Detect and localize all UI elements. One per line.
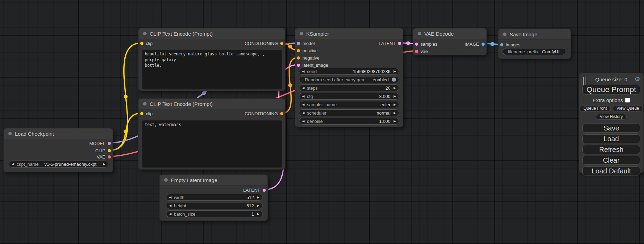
widget-seed[interactable]: ◀seed156680208700286▶: [299, 68, 399, 75]
input-slot-dot[interactable]: [415, 50, 418, 53]
widget-increment-arrow-icon[interactable]: ▶: [103, 163, 105, 166]
save-image-input-images[interactable]: images: [500, 42, 520, 48]
widget-decrement-arrow-icon[interactable]: ◀: [302, 103, 305, 106]
widget-decrement-arrow-icon[interactable]: ◀: [302, 87, 305, 90]
widget-decrement-arrow-icon[interactable]: ◀: [169, 204, 171, 207]
widget-filename_prefix[interactable]: filename_prefixComfyUI: [503, 48, 566, 55]
widget-decrement-arrow-icon[interactable]: ◀: [169, 213, 171, 216]
collapse-dot-icon[interactable]: [503, 33, 506, 36]
clip-text-encode-2-input-clip[interactable]: clip: [140, 111, 153, 117]
vae-decode-input-vae[interactable]: vae: [415, 48, 428, 54]
output-slot-dot[interactable]: [398, 42, 401, 45]
clip-text-encode-1-output-conditioning[interactable]: CONDITIONING: [245, 40, 283, 46]
save-button[interactable]: Save: [582, 124, 640, 133]
widget-increment-arrow-icon[interactable]: ▶: [394, 70, 396, 73]
ksampler-input-model[interactable]: model: [297, 40, 315, 46]
ksampler-input-latent_image[interactable]: latent_image: [297, 62, 328, 68]
widget-increment-arrow-icon[interactable]: ▶: [257, 204, 259, 207]
widget-decrement-arrow-icon[interactable]: ◀: [12, 163, 14, 166]
toggle-on-icon[interactable]: [392, 78, 396, 82]
clip-text-encode-1-input-clip[interactable]: clip: [140, 40, 153, 46]
collapse-dot-icon[interactable]: [143, 32, 147, 35]
view-history-button[interactable]: View History: [596, 114, 626, 120]
widget-increment-arrow-icon[interactable]: ▶: [394, 95, 396, 98]
ksampler-input-positive[interactable]: positive: [297, 48, 318, 54]
node-title-bar[interactable]: Load Checkpoint: [4, 128, 113, 139]
node-title-bar[interactable]: VAE Decode: [413, 28, 486, 39]
extra-options-checkbox[interactable]: [625, 98, 630, 102]
clear-button[interactable]: Clear: [582, 156, 640, 165]
collapse-dot-icon[interactable]: [300, 32, 303, 35]
prompt-textarea[interactable]: beautiful scenery nature glass bottle la…: [142, 49, 282, 90]
widget-increment-arrow-icon[interactable]: ▶: [257, 196, 259, 199]
load-checkpoint-output-vae[interactable]: VAE: [97, 154, 111, 160]
widget-increment-arrow-icon[interactable]: ▶: [394, 120, 396, 123]
node-save-image[interactable]: Save Imageimagesfilename_prefixComfyUI: [498, 29, 571, 59]
empty-latent-image-output-latent[interactable]: LATENT: [243, 187, 266, 193]
collapse-dot-icon[interactable]: [8, 132, 12, 135]
widget-sampler_name[interactable]: ◀sampler_nameeuler▶: [299, 101, 399, 108]
input-slot-dot[interactable]: [415, 43, 418, 46]
input-slot-dot[interactable]: [297, 64, 300, 67]
node-clip-text-encode-1[interactable]: CLIP Text Encode (Prompt)clipCONDITIONIN…: [138, 28, 285, 91]
node-empty-latent-image[interactable]: Empty Latent ImageLATENT◀width512▶◀heigh…: [159, 174, 268, 221]
widget-width[interactable]: ◀width512▶: [166, 194, 263, 201]
queue-front-button[interactable]: Queue Front: [580, 106, 610, 111]
input-slot-dot[interactable]: [297, 42, 300, 45]
widget-cfg[interactable]: ◀cfg8.000▶: [299, 93, 399, 100]
output-slot-dot[interactable]: [108, 149, 111, 152]
output-slot-dot[interactable]: [263, 189, 266, 192]
node-title-bar[interactable]: CLIP Text Encode (Prompt): [139, 99, 285, 109]
widget-steps[interactable]: ◀steps20▶: [299, 84, 399, 91]
widget-height[interactable]: ◀height512▶: [166, 202, 263, 209]
load-default-button[interactable]: Load Default: [582, 166, 640, 175]
prompt-textarea[interactable]: text, watermark: [142, 120, 282, 168]
collapse-dot-icon[interactable]: [143, 102, 147, 106]
ksampler-input-negative[interactable]: negative: [297, 55, 319, 61]
node-title-bar[interactable]: CLIP Text Encode (Prompt): [139, 28, 285, 39]
output-slot-dot[interactable]: [482, 43, 485, 46]
input-slot-dot[interactable]: [500, 43, 503, 46]
collapse-dot-icon[interactable]: [164, 178, 168, 182]
input-slot-dot[interactable]: [140, 42, 143, 45]
widget-decrement-arrow-icon[interactable]: ◀: [302, 70, 305, 73]
node-ksampler[interactable]: KSamplermodelpositivenegativelatent_imag…: [295, 28, 403, 127]
load-checkpoint-output-clip[interactable]: CLIP: [95, 148, 111, 154]
load-checkpoint-output-model[interactable]: MODEL: [89, 141, 111, 146]
node-title-bar[interactable]: Save Image: [499, 29, 571, 40]
gear-icon[interactable]: ⚙: [635, 75, 640, 83]
widget-decrement-arrow-icon[interactable]: ◀: [302, 95, 305, 98]
node-title-bar[interactable]: KSampler: [295, 28, 403, 39]
ksampler-output-latent[interactable]: LATENT: [379, 40, 401, 46]
output-slot-dot[interactable]: [108, 142, 111, 145]
vae-decode-output-image[interactable]: IMAGE: [465, 41, 485, 47]
widget-decrement-arrow-icon[interactable]: ◀: [302, 111, 305, 115]
vae-decode-input-samples[interactable]: samples: [415, 41, 437, 47]
widget-ckpt_name[interactable]: ◀ckpt_namev1-5-pruned-emaonly.ckpt▶: [9, 161, 108, 168]
widget-decrement-arrow-icon[interactable]: ◀: [169, 196, 171, 199]
widget-increment-arrow-icon[interactable]: ▶: [394, 111, 396, 115]
refresh-button[interactable]: Refresh: [582, 145, 640, 154]
input-slot-dot[interactable]: [140, 112, 143, 115]
queue-prompt-button[interactable]: Queue Prompt: [582, 85, 640, 94]
widget-increment-arrow-icon[interactable]: ▶: [257, 213, 259, 216]
widget-scheduler[interactable]: ◀schedulernormal▶: [299, 109, 399, 116]
view-queue-button[interactable]: View Queue: [613, 106, 643, 111]
output-slot-dot[interactable]: [280, 42, 283, 45]
node-vae-decode[interactable]: VAE DecodesamplesvaeIMAGE: [413, 28, 487, 55]
input-slot-dot[interactable]: [297, 49, 300, 52]
widget-batch_size[interactable]: ◀batch_size1▶: [166, 210, 263, 217]
node-title-bar[interactable]: Empty Latent Image: [160, 175, 267, 186]
collapse-dot-icon[interactable]: [418, 32, 421, 35]
output-slot-dot[interactable]: [108, 155, 111, 159]
graph-canvas[interactable]: Load CheckpointMODELCLIPVAE◀ckpt_namev1-…: [0, 0, 644, 244]
widget-increment-arrow-icon[interactable]: ▶: [394, 103, 396, 106]
widget-decrement-arrow-icon[interactable]: ◀: [302, 120, 305, 123]
widget-increment-arrow-icon[interactable]: ▶: [394, 87, 396, 90]
widget-denoise[interactable]: ◀denoise1.000▶: [299, 118, 399, 125]
widget-random-seed-after-every-gen[interactable]: Random seed after every genenabled: [299, 76, 399, 83]
load-button[interactable]: Load: [582, 134, 640, 143]
node-load-checkpoint[interactable]: Load CheckpointMODELCLIPVAE◀ckpt_namev1-…: [3, 128, 113, 172]
output-slot-dot[interactable]: [280, 112, 283, 115]
node-clip-text-encode-2[interactable]: CLIP Text Encode (Prompt)clipCONDITIONIN…: [138, 98, 285, 170]
